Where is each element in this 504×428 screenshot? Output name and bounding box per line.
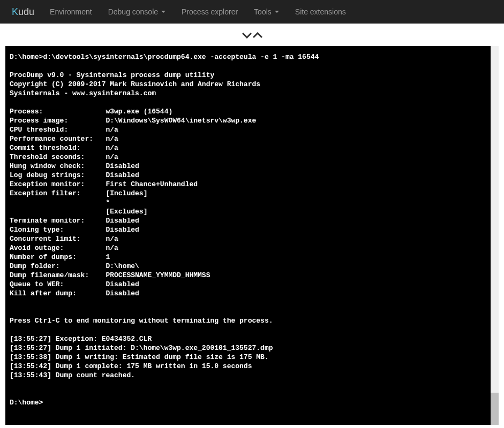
chevron-down-icon	[161, 11, 166, 13]
nav-environment[interactable]: Environment	[42, 1, 100, 22]
nav-debug-console[interactable]: Debug console	[100, 1, 174, 22]
console-wrap: D:\home>d:\devtools\sysinternals\procdum…	[0, 46, 504, 428]
scrollbar-track[interactable]	[491, 46, 499, 425]
navbar: Kudu Environment Debug console Process e…	[0, 0, 504, 24]
nav-process-explorer[interactable]: Process explorer	[174, 1, 246, 22]
nav-debug-console-label: Debug console	[108, 7, 158, 16]
scrollbar-thumb[interactable]	[491, 393, 499, 425]
toggle-bar	[0, 24, 504, 46]
brand-k: K	[12, 6, 18, 17]
collapse-down-icon[interactable]	[242, 29, 252, 41]
chevron-down-icon	[275, 11, 279, 13]
nav-site-extensions-label: Site extensions	[295, 7, 346, 16]
nav-process-explorer-label: Process explorer	[182, 7, 238, 16]
nav-tools[interactable]: Tools	[246, 1, 287, 22]
console-output[interactable]: D:\home>d:\devtools\sysinternals\procdum…	[5, 46, 499, 425]
brand-logo[interactable]: Kudu	[4, 6, 42, 18]
brand-rest: udu	[18, 6, 34, 17]
nav-site-extensions[interactable]: Site extensions	[287, 1, 354, 22]
nav-environment-label: Environment	[50, 7, 92, 16]
nav-tools-label: Tools	[254, 7, 272, 16]
nav-items: Environment Debug console Process explor…	[42, 1, 354, 22]
collapse-up-icon[interactable]	[253, 29, 262, 41]
